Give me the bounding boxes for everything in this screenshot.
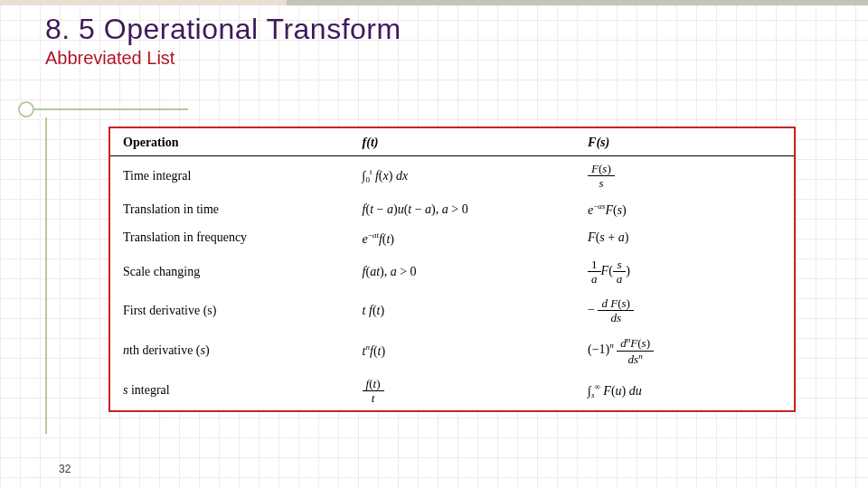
table-row: Scale changingf(at), a > 01aF(sa) <box>110 252 794 291</box>
cell-operation: Translation in time <box>110 195 350 224</box>
cell-ft: f(t − a)u(t − a), a > 0 <box>350 195 575 224</box>
cell-Fs: F(s)s <box>575 156 794 196</box>
cell-ft: t f(t) <box>350 291 575 330</box>
cell-Fs: F(s + a) <box>575 224 794 253</box>
cell-Fs: (−1)n dnF(s)dsn <box>575 330 794 371</box>
col-header-ft: f(t) <box>350 128 575 156</box>
table-row: nth derivative (s)tnf(t)(−1)n dnF(s)dsn <box>110 330 794 371</box>
table-row: Time integral∫0t f(x) dxF(s)s <box>110 156 794 196</box>
col-header-operation: Operation <box>110 128 350 156</box>
cell-ft: e−atf(t) <box>350 224 575 253</box>
cell-operation: First derivative (s) <box>110 291 350 330</box>
slide-subtitle: Abbreviated List <box>45 48 175 69</box>
table-row: First derivative (s)t f(t)− d F(s)ds <box>110 291 794 330</box>
circle-icon <box>18 101 34 117</box>
table-header-row: Operation f(t) F(s) <box>110 128 794 156</box>
cell-Fs: − d F(s)ds <box>575 291 794 330</box>
slide-header: 8. 5 Operational Transform Abbreviated L… <box>0 0 868 69</box>
cell-Fs: ∫s∞ F(u) du <box>575 371 794 410</box>
horizontal-accent-line <box>34 108 188 110</box>
cell-ft: ∫0t f(x) dx <box>350 156 575 196</box>
col-header-Fs: F(s) <box>575 128 794 156</box>
cell-ft: f(t)t <box>350 371 575 410</box>
vertical-accent-line <box>45 117 47 434</box>
table-row: Translation in frequencye−atf(t)F(s + a) <box>110 224 794 253</box>
cell-operation: s integral <box>110 371 350 410</box>
cell-operation: Translation in frequency <box>110 224 350 253</box>
accent-ornament <box>18 101 188 117</box>
table-row: Translation in timef(t − a)u(t − a), a >… <box>110 195 794 224</box>
page-number: 32 <box>59 463 71 475</box>
cell-operation: Time integral <box>110 156 350 196</box>
table-body: Time integral∫0t f(x) dxF(s)sTranslation… <box>110 156 794 410</box>
table-row: s integralf(t)t∫s∞ F(u) du <box>110 371 794 410</box>
cell-ft: tnf(t) <box>350 330 575 371</box>
cell-operation: nth derivative (s) <box>110 330 350 371</box>
cell-Fs: 1aF(sa) <box>575 252 794 291</box>
cell-ft: f(at), a > 0 <box>350 252 575 291</box>
transform-table: Operation f(t) F(s) Time integral∫0t f(x… <box>110 128 794 410</box>
transform-table-frame: Operation f(t) F(s) Time integral∫0t f(x… <box>108 127 796 412</box>
cell-operation: Scale changing <box>110 252 350 291</box>
slide-title: 8. 5 Operational Transform <box>45 13 868 46</box>
cell-Fs: e−asF(s) <box>575 195 794 224</box>
